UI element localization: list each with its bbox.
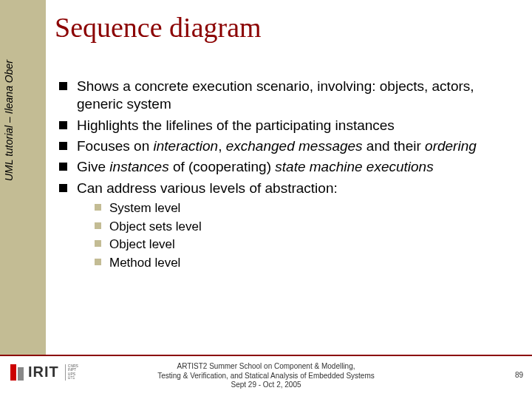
bullet-text: , xyxy=(218,138,226,154)
sub-item: Object level xyxy=(95,236,517,253)
sub-item: System level xyxy=(95,200,517,216)
logo-affiliations: CNRS INPT UPS UT1 xyxy=(65,364,78,381)
bullet-text: of (cooperating) xyxy=(169,159,276,174)
sub-text: System level xyxy=(109,201,180,215)
footer-line: Sept 29 - Oct 2, 2005 xyxy=(126,381,406,390)
bullet-list: Shows a concrete execution scenario, inv… xyxy=(59,78,517,271)
bullet-item: Focuses on interaction, exchanged messag… xyxy=(59,137,517,155)
bullet-text: Give xyxy=(77,159,109,174)
sub-item: Object sets level xyxy=(95,219,517,235)
bullet-text: Focuses on xyxy=(77,138,154,154)
footer-text: ARTIST2 Summer School on Component & Mod… xyxy=(126,362,406,390)
bullet-text: Shows a concrete execution scenario, inv… xyxy=(77,78,474,112)
logo-mark-icon xyxy=(10,364,24,381)
sub-list: System level Object sets level Object le… xyxy=(95,200,517,271)
bullet-text: and their xyxy=(363,138,426,154)
logo-text: IRIT xyxy=(28,364,59,381)
sub-text: Method level xyxy=(109,256,180,270)
bullet-item: Shows a concrete execution scenario, inv… xyxy=(59,78,517,114)
sidebar-label: UML tutorial – Ileana Ober xyxy=(3,2,15,181)
bullet-item: Give instances of (cooperating) state ma… xyxy=(59,158,517,176)
emphasis: state machine executions xyxy=(275,159,433,174)
bullet-text: Can address various levels of abstractio… xyxy=(77,180,338,196)
emphasis: interaction xyxy=(154,138,219,154)
sub-text: Object level xyxy=(109,237,175,251)
body: Shows a concrete execution scenario, inv… xyxy=(59,78,517,274)
logo-sub: UT1 xyxy=(68,376,78,381)
footer-line: ARTIST2 Summer School on Component & Mod… xyxy=(126,362,406,372)
emphasis: instances xyxy=(109,159,168,174)
sub-text: Object sets level xyxy=(109,219,202,233)
emphasis: exchanged messages xyxy=(226,138,363,154)
slide: UML tutorial – Ileana Ober Sequence diag… xyxy=(0,0,532,399)
emphasis: ordering xyxy=(425,138,477,154)
footer-divider xyxy=(0,355,532,356)
logo: IRIT CNRS INPT UPS UT1 xyxy=(10,364,78,381)
page-number: 89 xyxy=(515,371,523,379)
slide-title: Sequence diagram xyxy=(55,11,262,44)
bullet-item: Can address various levels of abstractio… xyxy=(59,180,517,271)
sub-item: Method level xyxy=(95,255,517,271)
footer-line: Testing & Verification, and Statical Ana… xyxy=(126,372,406,381)
bullet-item: Highlights the lifelines of the particip… xyxy=(59,117,517,134)
bullet-text: Highlights the lifelines of the particip… xyxy=(77,117,395,133)
